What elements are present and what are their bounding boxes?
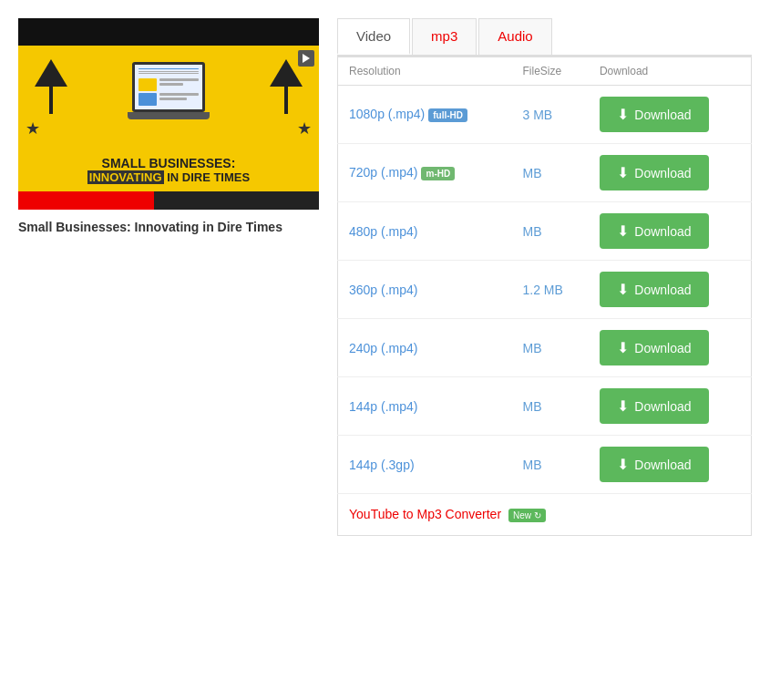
resolution-cell-row-480p: 480p (.mp4) (338, 202, 512, 261)
download-icon: ⬇ (617, 456, 629, 473)
youtube-mp3-cell: YouTube to Mp3 Converter New ↻ (338, 494, 752, 536)
filesize-cell-row-144p: MB (511, 377, 588, 436)
progress-fill (18, 191, 154, 210)
col-header-filesize: FileSize (511, 57, 588, 86)
resolution-cell-row-240p: 240p (.mp4) (338, 319, 512, 377)
download-btn-label: Download (634, 458, 691, 472)
download-btn-label: Download (634, 224, 691, 239)
tabs-container: Video mp3 Audio (337, 18, 752, 57)
thumb-title-line2: INNOVATING IN DIRE TIMES (18, 170, 319, 184)
youtube-mp3-link[interactable]: YouTube to Mp3 Converter (349, 507, 501, 521)
table-header-row: Resolution FileSize Download (338, 57, 752, 86)
filesize-cell-row-240p: MB (511, 319, 588, 377)
tab-audio[interactable]: Audio (478, 18, 551, 55)
download-btn-label: Download (634, 283, 691, 297)
col-header-download: Download (589, 57, 752, 86)
resolution-cell-row-144p: 144p (.mp4) (338, 377, 512, 436)
col-header-resolution: Resolution (338, 57, 512, 86)
deco-right (270, 59, 303, 114)
youtube-mp3-row: YouTube to Mp3 Converter New ↻ (338, 494, 752, 536)
thumbnail-image: ★ ★ SMALL BUSINESSES: INNOVATING IN DIRE… (18, 46, 319, 191)
download-cell-row-144p: ⬇Download (589, 377, 752, 436)
download-button-row-1080p[interactable]: ⬇Download (600, 97, 709, 132)
resolution-cell-row-144p-3gp: 144p (.3gp) (338, 436, 512, 494)
download-cell-row-1080p: ⬇Download (589, 86, 752, 144)
download-cell-row-480p: ⬇Download (589, 202, 752, 261)
table-row: 144p (.mp4)MB⬇Download (338, 377, 752, 436)
table-row: 1080p (.mp4)full-HD3 MB⬇Download (338, 86, 752, 144)
laptop-graphic (128, 62, 210, 119)
thumbnail-text: SMALL BUSINESSES: INNOVATING IN DIRE TIM… (18, 156, 319, 184)
download-cell-row-720p: ⬇Download (589, 144, 752, 202)
table-row: 240p (.mp4)MB⬇Download (338, 319, 752, 377)
deco-star-left: ★ (26, 118, 40, 139)
quality-badge: full-HD (428, 108, 467, 122)
table-row: 360p (.mp4)1.2 MB⬇Download (338, 261, 752, 319)
filesize-cell-row-144p-3gp: MB (511, 436, 588, 494)
download-button-row-720p[interactable]: ⬇Download (600, 155, 709, 190)
new-label: New (513, 510, 531, 520)
thumb-innovating: INNOVATING (87, 170, 164, 184)
right-panel: Video mp3 Audio Resolution FileSize Down… (337, 18, 752, 536)
deco-star-right: ★ (297, 118, 312, 139)
download-button-row-480p[interactable]: ⬇Download (600, 213, 709, 249)
download-icon: ⬇ (617, 222, 629, 240)
download-cell-row-360p: ⬇Download (589, 261, 752, 319)
download-icon: ⬇ (617, 397, 629, 415)
download-table: Resolution FileSize Download 1080p (.mp4… (337, 57, 752, 536)
download-button-row-144p-3gp[interactable]: ⬇Download (600, 447, 709, 482)
video-title: Small Businesses: Innovating in Dire Tim… (18, 219, 319, 237)
table-row: 480p (.mp4)MB⬇Download (338, 202, 752, 261)
download-icon: ⬇ (617, 281, 629, 298)
filesize-cell-row-360p: 1.2 MB (511, 261, 588, 319)
download-btn-label: Download (634, 108, 691, 122)
left-panel: ★ ★ SMALL BUSINESSES: INNOVATING IN DIRE… (18, 18, 319, 536)
thumbnail-top-bar (18, 18, 319, 46)
resolution-cell-row-1080p: 1080p (.mp4)full-HD (338, 86, 512, 144)
quality-badge: m-HD (421, 167, 455, 180)
table-row: 720p (.mp4)m-HDMB⬇Download (338, 144, 752, 202)
tab-video[interactable]: Video (337, 18, 410, 55)
progress-bar (18, 191, 319, 210)
download-cell-row-144p-3gp: ⬇Download (589, 436, 752, 494)
resolution-cell-row-360p: 360p (.mp4) (338, 261, 512, 319)
thumb-in-dire-times: IN DIRE TIMES (167, 170, 250, 184)
download-btn-label: Download (634, 166, 691, 180)
download-btn-label: Download (634, 341, 691, 355)
table-row: 144p (.3gp)MB⬇Download (338, 436, 752, 494)
filesize-cell-row-480p: MB (511, 202, 588, 261)
resolution-cell-row-720p: 720p (.mp4)m-HD (338, 144, 512, 202)
filesize-cell-row-720p: MB (511, 144, 588, 202)
play-button-overlay[interactable] (298, 50, 314, 67)
video-thumbnail: ★ ★ SMALL BUSINESSES: INNOVATING IN DIRE… (18, 18, 319, 210)
download-btn-label: Download (634, 399, 691, 414)
download-icon: ⬇ (617, 339, 629, 356)
download-icon: ⬇ (617, 164, 629, 181)
download-button-row-240p[interactable]: ⬇Download (600, 330, 709, 365)
download-cell-row-240p: ⬇Download (589, 319, 752, 377)
filesize-cell-row-1080p: 3 MB (511, 86, 588, 144)
refresh-icon: ↻ (534, 510, 541, 520)
tab-mp3[interactable]: mp3 (412, 18, 477, 55)
deco-left (35, 59, 67, 114)
new-badge: New ↻ (508, 509, 546, 522)
play-triangle-icon (303, 54, 310, 63)
download-button-row-144p[interactable]: ⬇Download (600, 388, 709, 424)
download-icon: ⬇ (617, 106, 629, 123)
thumb-title-line1: SMALL BUSINESSES: (18, 156, 319, 170)
download-button-row-360p[interactable]: ⬇Download (600, 272, 709, 307)
